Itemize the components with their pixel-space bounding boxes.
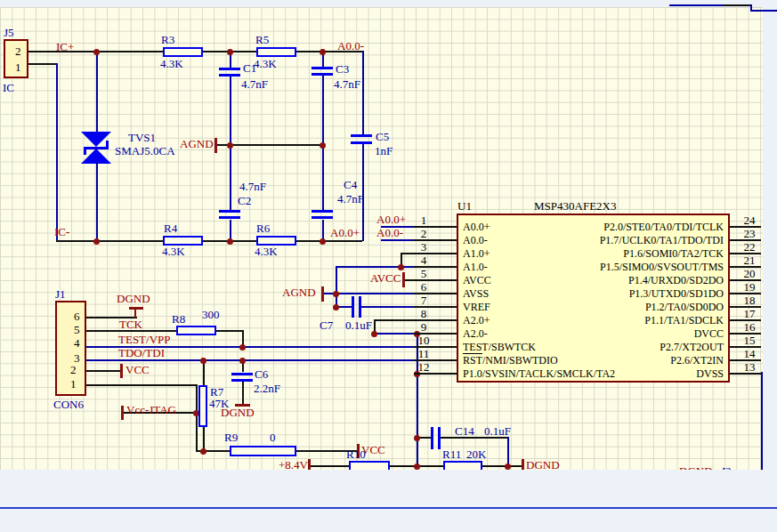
capacitor-plate[interactable] (219, 210, 240, 213)
wire[interactable] (336, 266, 337, 307)
capacitor-plate[interactable] (359, 296, 361, 318)
wire[interactable] (96, 162, 98, 241)
text-label[interactable]: 4 (74, 337, 80, 349)
designator-label[interactable]: 20K (466, 448, 486, 460)
designator-label[interactable]: 2.2nF (254, 383, 280, 394)
designator-label[interactable]: C7 (320, 319, 333, 331)
designator-label[interactable]: R3 (161, 34, 174, 45)
net-label[interactable]: +8.4V (279, 459, 308, 470)
wire[interactable] (310, 465, 349, 467)
designator-label[interactable]: R11 (442, 448, 461, 460)
capacitor-plate[interactable] (84, 149, 86, 155)
capacitor-plate[interactable] (352, 296, 354, 318)
capacitor-plate[interactable] (351, 134, 372, 137)
wire[interactable] (56, 240, 163, 242)
capacitor-plate[interactable] (219, 68, 240, 70)
designator-label[interactable]: C6 (255, 368, 268, 380)
wire[interactable] (216, 330, 243, 332)
resistor-R5[interactable] (256, 47, 296, 57)
designator-label[interactable]: 4.7nF (241, 78, 268, 90)
designator-label[interactable]: R10 (346, 448, 366, 460)
designator-label[interactable]: TVS1 (128, 132, 156, 143)
capacitor-plate[interactable] (231, 379, 253, 382)
designator-label[interactable]: SMAJ5.0CA (115, 145, 175, 157)
designator-label[interactable]: C5 (376, 131, 389, 142)
designator-label[interactable]: C4 (344, 179, 357, 190)
capacitor-plate[interactable] (106, 141, 109, 148)
wire[interactable] (482, 465, 522, 467)
designator-label[interactable]: 4.3K (160, 58, 183, 69)
designator-label[interactable]: C3 (336, 63, 349, 75)
capacitor-plate[interactable] (219, 74, 240, 77)
capacitor-plate[interactable] (231, 373, 253, 375)
wire[interactable] (86, 359, 457, 361)
net-label[interactable]: IC- (54, 226, 69, 238)
wire[interactable] (507, 437, 509, 466)
text-label[interactable]: 2 (15, 45, 21, 57)
power-port-icon[interactable] (129, 307, 143, 310)
net-label[interactable]: TCK (119, 318, 142, 330)
designator-label[interactable]: J2 (721, 465, 732, 470)
wire[interactable] (761, 372, 763, 470)
designator-label[interactable]: 0 (270, 431, 276, 443)
power-port-icon[interactable] (120, 364, 123, 378)
power-port-icon[interactable] (214, 138, 217, 153)
wire[interactable] (723, 4, 750, 6)
capacitor-plate[interactable] (84, 147, 109, 149)
wire[interactable] (362, 51, 364, 134)
wire[interactable] (56, 63, 58, 240)
wire[interactable] (86, 370, 121, 372)
capacitor-plate[interactable] (312, 67, 333, 69)
text-label[interactable]: 1 (70, 378, 77, 390)
net-label[interactable]: DGND (221, 407, 255, 418)
net-label[interactable]: DGND (679, 465, 713, 470)
text-label[interactable]: 1 (15, 61, 21, 73)
net-label[interactable]: A0.0+ (330, 227, 360, 238)
designator-label[interactable]: C14 (455, 425, 474, 437)
net-label[interactable]: A0.0- (376, 227, 403, 238)
wire[interactable] (28, 63, 58, 65)
capacitor-plate[interactable] (438, 427, 441, 449)
designator-label[interactable]: 4.3K (255, 246, 278, 257)
power-port-icon[interactable] (402, 272, 405, 287)
net-label[interactable]: A0.0- (337, 40, 364, 52)
resistor-R11[interactable] (443, 461, 482, 470)
net-label[interactable]: A0.0+ (376, 214, 406, 225)
designator-label[interactable]: 300 (202, 309, 220, 320)
net-label[interactable]: DGND (117, 293, 150, 304)
text-label[interactable]: 2 (70, 364, 77, 375)
wire[interactable] (86, 384, 197, 386)
designator-label[interactable]: 0.1uF (484, 425, 511, 437)
designator-label[interactable]: 4.3K (254, 58, 277, 69)
chip-part-number[interactable]: MSP430AFE2X3 (534, 200, 616, 212)
resistor-R9[interactable] (230, 446, 296, 456)
capacitor-plate[interactable] (312, 216, 333, 219)
designator-label[interactable]: 1nF (375, 145, 393, 157)
designator-label[interactable]: R8 (172, 313, 185, 325)
designator-label[interactable]: 4.7nF (334, 78, 360, 90)
wire[interactable] (196, 384, 198, 451)
designator-label[interactable]: J1 (55, 288, 66, 300)
designator-label[interactable]: R5 (255, 34, 269, 45)
power-port-icon[interactable] (321, 286, 324, 302)
wire[interactable] (750, 10, 777, 12)
designator-label[interactable]: R6 (256, 222, 270, 234)
chip-designator[interactable]: U1 (457, 200, 472, 212)
net-label[interactable]: Vcc-JTAG (126, 404, 176, 415)
wire[interactable] (242, 381, 244, 404)
power-port-icon[interactable] (308, 459, 311, 470)
wire[interactable] (96, 51, 98, 132)
capacitor-plate[interactable] (219, 216, 240, 219)
net-label[interactable]: TDO/TDI (118, 347, 165, 359)
capacitor-plate[interactable] (431, 427, 433, 449)
designator-label[interactable]: J5 (4, 27, 14, 38)
designator-label[interactable]: C1 (243, 62, 256, 74)
resistor-R8[interactable] (176, 326, 216, 335)
capacitor-plate[interactable] (312, 210, 333, 213)
net-label[interactable]: TEST/VPP (118, 334, 171, 345)
net-label[interactable]: VCC (125, 364, 150, 375)
schematic-canvas[interactable]: U1 MSP430AFE2X3 J5IC21IC+IC-R34.3KR54.3K… (0, 7, 763, 470)
power-port-icon[interactable] (522, 459, 524, 470)
wire[interactable] (296, 240, 362, 242)
resistor-R7[interactable] (198, 385, 207, 427)
